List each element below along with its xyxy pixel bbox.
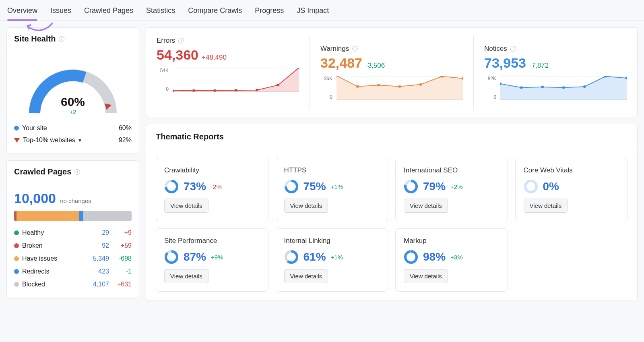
site-health-title: Site Health xyxy=(14,34,56,44)
svg-point-25 xyxy=(562,86,565,89)
report-title: Internal Linking xyxy=(284,237,380,245)
thematic-title: Thematic Reports xyxy=(146,124,637,149)
view-details-button[interactable]: View details xyxy=(404,269,448,283)
crawled-row-issues[interactable]: Have issues5,349-698 xyxy=(14,252,132,265)
svg-point-35 xyxy=(525,181,537,192)
tab-js-impact[interactable]: JS Impact xyxy=(297,6,329,21)
crawled-row-broken[interactable]: Broken92+59 xyxy=(14,239,132,252)
svg-point-24 xyxy=(541,86,544,88)
view-details-button[interactable]: View details xyxy=(284,269,328,283)
thematic-reports-card: Thematic Reports Crawlability73%-2%View … xyxy=(146,124,638,301)
report-pct: 98% xyxy=(423,251,446,263)
svg-point-17 xyxy=(419,83,422,86)
dot-icon xyxy=(14,256,19,261)
top-metrics-card: Errorsi54,360+48,49054K0Warningsi32,487-… xyxy=(146,27,638,117)
svg-point-15 xyxy=(377,84,380,86)
view-details-button[interactable]: View details xyxy=(404,199,448,213)
svg-point-8 xyxy=(256,89,258,91)
info-icon[interactable]: i xyxy=(74,169,80,175)
report-markup: Markup98%+3%View details xyxy=(395,228,508,292)
svg-text:+2: +2 xyxy=(70,109,76,115)
tab-progress[interactable]: Progress xyxy=(255,6,284,21)
report-delta: +9% xyxy=(211,254,223,261)
svg-text:60%: 60% xyxy=(61,95,85,108)
report-pct: 75% xyxy=(303,180,326,193)
report-intl-seo: International SEO79%+2%View details xyxy=(395,158,508,221)
report-cwv: Core Web Vitals0%View details xyxy=(515,158,628,221)
report-delta: +1% xyxy=(331,254,343,261)
view-details-button[interactable]: View details xyxy=(284,199,328,213)
report-title: Markup xyxy=(404,237,500,245)
info-icon[interactable]: i xyxy=(59,36,64,42)
svg-point-14 xyxy=(356,85,359,88)
crawled-row-blocked[interactable]: Blocked4,107+631 xyxy=(14,278,132,291)
metric-errors[interactable]: Errorsi54,360+48,49054K0 xyxy=(146,28,310,117)
svg-point-26 xyxy=(583,85,586,88)
report-delta: -2% xyxy=(211,183,222,190)
metric-warnings[interactable]: Warningsi32,487-3,50636K0 xyxy=(310,36,473,109)
tab-statistics[interactable]: Statistics xyxy=(146,6,175,21)
donut-icon xyxy=(164,250,179,264)
report-pct: 0% xyxy=(543,180,559,193)
report-delta: +1% xyxy=(331,183,343,190)
site-health-gauge: 60% +2 xyxy=(23,61,123,117)
legend-your-site: Your site 60% xyxy=(14,122,132,134)
metric-notices[interactable]: Noticesi73,953-7,87282K0 xyxy=(473,36,637,109)
crawled-row-redirects[interactable]: Redirects423-1 xyxy=(14,265,132,278)
view-details-button[interactable]: View details xyxy=(164,199,208,213)
dot-icon xyxy=(14,243,19,248)
report-https: HTTPS75%+1%View details xyxy=(276,158,388,221)
svg-point-6 xyxy=(213,89,216,92)
svg-point-42 xyxy=(405,251,417,263)
report-delta: +2% xyxy=(450,183,462,190)
svg-point-16 xyxy=(398,85,401,88)
report-pct: 73% xyxy=(184,180,206,193)
report-title: Core Web Vitals xyxy=(524,166,619,174)
tab-compare-crawls[interactable]: Compare Crawls xyxy=(188,6,242,21)
report-linking: Internal Linking61%+1%View details xyxy=(276,228,388,292)
triangle-down-icon xyxy=(14,138,20,143)
view-details-button[interactable]: View details xyxy=(164,269,208,283)
report-title: HTTPS xyxy=(284,166,380,174)
chevron-down-icon: ▾ xyxy=(78,137,81,143)
crawled-pages-title: Crawled Pages xyxy=(14,167,71,176)
dot-icon xyxy=(14,269,19,274)
crawled-stackbar xyxy=(14,211,132,221)
donut-icon xyxy=(404,250,418,264)
nav-tabs: OverviewIssuesCrawled PagesStatisticsCom… xyxy=(0,0,644,21)
info-icon[interactable]: i xyxy=(352,46,358,52)
dot-icon xyxy=(14,282,19,287)
donut-icon xyxy=(164,179,179,194)
report-title: Site Performance xyxy=(164,237,260,245)
report-pct: 79% xyxy=(423,180,446,193)
stackbar-seg-blocked xyxy=(83,211,132,221)
report-delta: +3% xyxy=(450,254,462,261)
svg-point-7 xyxy=(234,89,237,91)
donut-icon xyxy=(284,250,299,264)
info-icon[interactable]: i xyxy=(510,46,516,52)
report-perf: Site Performance87%+9%View details xyxy=(156,228,268,292)
report-crawlability: Crawlability73%-2%View details xyxy=(156,158,268,221)
donut-icon xyxy=(284,179,299,194)
tab-issues[interactable]: Issues xyxy=(50,6,71,21)
info-icon[interactable]: i xyxy=(178,38,184,44)
crawled-total[interactable]: 10,000 xyxy=(14,191,56,206)
site-health-card: Site Health i 60% +2 xyxy=(6,27,139,154)
crawled-change: no changes xyxy=(60,197,91,204)
view-details-button[interactable]: View details xyxy=(524,199,568,213)
tab-overview[interactable]: Overview xyxy=(7,6,37,21)
dot-icon xyxy=(14,126,19,131)
legend-top10[interactable]: Top-10% websites ▾ 92% xyxy=(14,134,132,146)
stackbar-seg-redirects xyxy=(79,211,84,221)
donut-icon xyxy=(404,179,418,194)
svg-point-5 xyxy=(192,89,195,92)
report-pct: 61% xyxy=(303,251,326,263)
svg-point-38 xyxy=(166,251,177,263)
crawled-pages-card: Crawled Pages i 10,000 no changes Health… xyxy=(6,160,139,298)
donut-icon xyxy=(524,179,538,194)
tab-crawled-pages[interactable]: Crawled Pages xyxy=(84,6,133,21)
report-title: International SEO xyxy=(404,166,500,174)
svg-point-23 xyxy=(520,86,523,89)
dot-icon xyxy=(14,230,19,235)
crawled-row-healthy[interactable]: Healthy29+9 xyxy=(14,226,132,239)
